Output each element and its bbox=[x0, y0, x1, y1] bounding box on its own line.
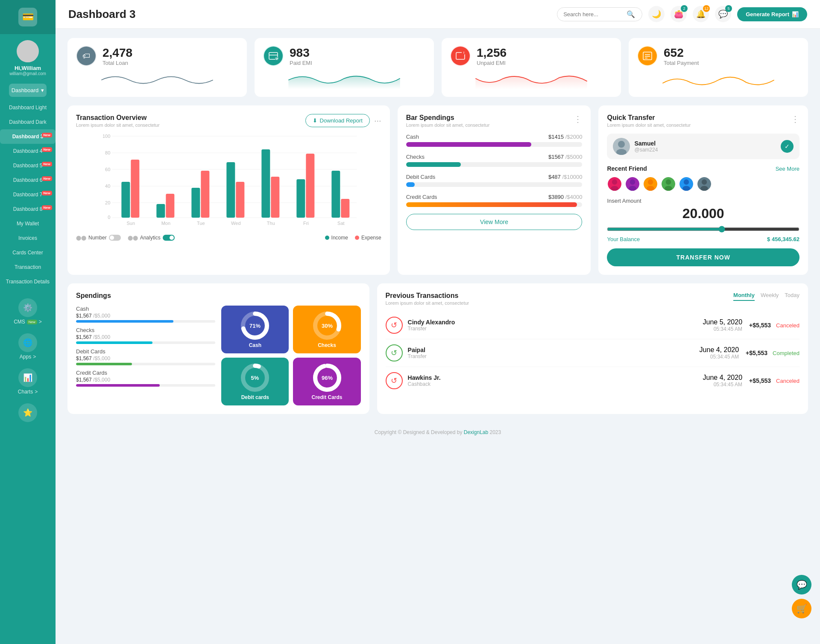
chart-legend: ⬤⬤ Number ⬤⬤ Analytics Income Expense bbox=[76, 235, 381, 241]
sidebar-item-dashboard6[interactable]: Dashboard 6 New bbox=[0, 173, 56, 187]
sidebar-item-my-wallet[interactable]: My Wallet bbox=[0, 216, 56, 231]
donut-grid: 71% Cash 30% Checks bbox=[221, 306, 360, 405]
tx-info-1: Cindy Alexandro Transfer bbox=[408, 319, 703, 332]
favourites-icon-btn[interactable]: ⭐ bbox=[18, 403, 37, 422]
svg-text:5%: 5% bbox=[251, 375, 259, 381]
spendings-list: Cash $1415 /$2000 Checks $1567 /$5000 bbox=[406, 134, 583, 207]
stat-paid-emi: 983 Paid EMI bbox=[255, 38, 434, 97]
tab-weekly[interactable]: Weekly bbox=[761, 292, 779, 301]
checks-label: Checks bbox=[406, 154, 425, 160]
sidebar-item-transaction[interactable]: Transaction bbox=[0, 260, 56, 274]
number-toggle[interactable] bbox=[109, 235, 121, 241]
friend-3[interactable] bbox=[643, 176, 658, 192]
tx-name-1: Cindy Alexandro bbox=[408, 319, 703, 326]
sidebar-item-dashboard3[interactable]: Dashboard 3 New bbox=[0, 129, 56, 144]
bottom-row: Spendings Cash $1,567 /$5,000 Checks $1,… bbox=[67, 283, 808, 414]
sl-debit: Debit Cards $1,567 /$5,000 bbox=[76, 348, 215, 365]
tx-date-1: June 5, 2020 05:34:45 AM bbox=[703, 318, 743, 332]
sidebar-item-transaction-details[interactable]: Transaction Details bbox=[0, 274, 56, 289]
svg-rect-41 bbox=[191, 188, 200, 218]
donut-credit: 96% Credit Cards bbox=[293, 358, 360, 405]
cart-fab[interactable]: 🛒 bbox=[792, 599, 811, 618]
notification-btn[interactable]: 🔔 12 bbox=[693, 6, 709, 22]
charts-icon-btn[interactable]: 📊 bbox=[18, 368, 37, 387]
cms-icon-btn[interactable]: ⚙️ bbox=[18, 298, 37, 317]
number-dots-icon: ⬤⬤ bbox=[76, 235, 86, 241]
search-icon[interactable]: 🔍 bbox=[627, 10, 635, 18]
sidebar-item-dashboard8[interactable]: Dashboard 8 New bbox=[0, 202, 56, 216]
paid-emi-wave bbox=[263, 71, 425, 89]
donut-debit: 5% Debit cards bbox=[221, 358, 289, 405]
tx-overview-more-icon[interactable]: ··· bbox=[374, 116, 381, 125]
friend-1[interactable] bbox=[607, 176, 622, 192]
search-input[interactable] bbox=[563, 11, 623, 17]
sl-credit-label: Credit Cards bbox=[76, 370, 215, 376]
sl-credit-amount: $1,567 /$5,000 bbox=[76, 377, 215, 383]
analytics-toggle[interactable] bbox=[163, 235, 175, 241]
apps-icon-btn[interactable]: 🌐 bbox=[18, 333, 37, 352]
transfer-now-button[interactable]: TRANSFER NOW bbox=[607, 248, 800, 266]
sidebar-item-dashboard5[interactable]: Dashboard 5 New bbox=[0, 158, 56, 173]
bar-spendings-more-icon[interactable]: ⋮ bbox=[574, 114, 582, 124]
tab-today[interactable]: Today bbox=[785, 292, 800, 301]
friend-5[interactable] bbox=[679, 176, 694, 192]
header: Dashboard 3 🔍 🌙 👛 2 🔔 12 💬 5 Gen bbox=[56, 0, 820, 29]
legend-number: ⬤⬤ Number bbox=[76, 235, 121, 241]
donut-credit-label: Credit Cards bbox=[312, 394, 343, 400]
total-loan-icon: 🏷 bbox=[76, 46, 97, 66]
paid-emi-num: 983 bbox=[290, 46, 312, 60]
spending-checks: Checks $1567 /$5000 bbox=[406, 154, 583, 167]
tx-icon-3: ↺ bbox=[386, 372, 403, 389]
cms-label[interactable]: CMS New > bbox=[14, 319, 42, 325]
credit-bar bbox=[406, 202, 583, 207]
sidebar-item-dashboard-light[interactable]: Dashboard Light bbox=[0, 100, 56, 115]
sl-checks: Checks $1,567 /$5,000 bbox=[76, 327, 215, 344]
dashboard-toggle-btn[interactable]: Dashboard ▾ bbox=[9, 84, 47, 97]
footer-brand-link[interactable]: DexignLab bbox=[464, 429, 488, 435]
qt-user-handle: @sam224 bbox=[634, 147, 658, 153]
messages-btn[interactable]: 💬 5 bbox=[715, 6, 731, 22]
dashboard7-badge: New bbox=[42, 191, 52, 195]
moon-toggle-btn[interactable]: 🌙 bbox=[648, 6, 665, 22]
bar-spendings-sub: Lorem ipsum dolor sit amet, consectetur bbox=[406, 122, 490, 128]
credit-amount: $3890 /$4000 bbox=[548, 194, 583, 200]
cms-new-badge: New bbox=[27, 320, 37, 324]
amount-slider[interactable] bbox=[607, 226, 800, 233]
sidebar-item-invoices[interactable]: Invoices bbox=[0, 231, 56, 245]
sidebar-item-dashboard7[interactable]: Dashboard 7 New bbox=[0, 187, 56, 202]
sidebar-user: Hi,William william@gmail.com bbox=[0, 34, 56, 80]
qt-title: Quick Transfer bbox=[607, 114, 691, 122]
sl-debit-label: Debit Cards bbox=[76, 348, 215, 355]
tx-tabs: Monthly Weekly Today bbox=[733, 292, 800, 301]
friend-4[interactable] bbox=[661, 176, 676, 192]
sidebar-apps-section: 🌐 Apps > bbox=[0, 329, 56, 364]
svg-rect-45 bbox=[261, 149, 270, 218]
friend-2[interactable] bbox=[625, 176, 640, 192]
insert-amount-label: Insert Amount bbox=[607, 198, 800, 204]
qt-sub: Lorem ipsum dolor sit amet, consectetur bbox=[607, 122, 691, 128]
generate-report-button[interactable]: Generate Report 📊 bbox=[737, 7, 807, 21]
sidebar-item-cards-center[interactable]: Cards Center bbox=[0, 245, 56, 260]
sidebar-item-dashboard4[interactable]: Dashboard 4 New bbox=[0, 144, 56, 158]
paid-emi-icon bbox=[263, 46, 284, 66]
tx-info-3: Hawkins Jr. Cashback bbox=[408, 374, 703, 387]
download-report-button[interactable]: ⬇ Download Report bbox=[305, 114, 370, 127]
see-more-link[interactable]: See More bbox=[776, 166, 800, 172]
sidebar-email: william@gmail.com bbox=[9, 71, 46, 76]
svg-text:80: 80 bbox=[105, 150, 110, 155]
view-more-button[interactable]: View More bbox=[406, 214, 583, 230]
dashboard8-badge: New bbox=[42, 205, 52, 210]
svg-text:100: 100 bbox=[102, 134, 110, 139]
amount-display: 20.000 bbox=[607, 206, 800, 221]
svg-point-71 bbox=[701, 186, 709, 191]
friend-6[interactable] bbox=[697, 176, 712, 192]
svg-rect-49 bbox=[331, 171, 340, 218]
svg-rect-48 bbox=[306, 154, 314, 218]
qt-more-icon[interactable]: ⋮ bbox=[791, 114, 800, 124]
charts-label[interactable]: Charts > bbox=[18, 389, 38, 395]
wallet-btn[interactable]: 👛 2 bbox=[671, 6, 687, 22]
support-fab[interactable]: 💬 bbox=[792, 575, 811, 594]
sidebar-item-dashboard-dark[interactable]: Dashboard Dark bbox=[0, 115, 56, 129]
apps-label[interactable]: Apps > bbox=[20, 354, 36, 360]
tab-monthly[interactable]: Monthly bbox=[733, 292, 755, 301]
